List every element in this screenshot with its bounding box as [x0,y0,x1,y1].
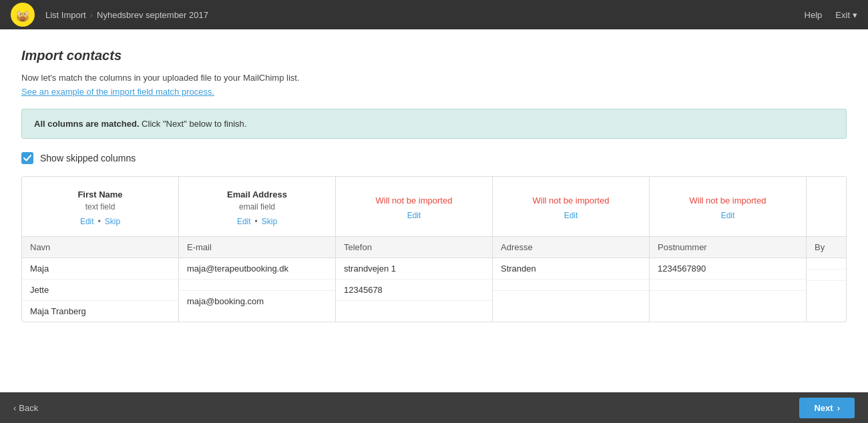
col-header-email_address: Email Addressemail fieldEdit•Skip [179,177,335,237]
col-data-row: 1234567890 [650,258,806,280]
columns-wrapper: First Nametext fieldEdit•SkipNavnMajaJet… [21,176,847,322]
field-type: email field [239,202,275,212]
field-actions: Edit [564,211,578,220]
will-not-imported: Will not be imported [690,195,767,205]
action-skip[interactable]: Skip [105,217,120,226]
alert-box: All columns are matched. Click "Next" be… [21,109,847,139]
back-button[interactable]: ‹ Back [13,403,38,413]
action-edit[interactable]: Edit [237,217,251,226]
show-skipped-checkbox[interactable] [21,152,33,164]
col-data-row [807,270,847,281]
field-actions: Edit•Skip [80,217,120,226]
action-skip[interactable]: Skip [262,217,277,226]
column-card-col3: Will not be importedEditTelefonstrandvej… [336,177,493,322]
col-data-row: Stranden [493,258,649,280]
field-name: First Name [77,189,122,199]
svg-point-4 [19,17,26,21]
field-actions: Edit•Skip [237,217,277,226]
bottom-bar: ‹ Back Next › [0,392,868,423]
field-actions: Edit [407,211,421,220]
col-data-header: By [807,237,847,258]
col-data-row [336,301,492,312]
col-data-row [807,258,847,270]
col-data-header: Postnummer [650,237,806,258]
column-card-col6: Will notEditBy [807,177,847,322]
col-data-row [650,291,806,302]
col-header-col6: Will notEdit [807,177,847,237]
col-data-row [493,291,649,302]
col-data-row: maja@booking.com [179,291,335,312]
topnav: List Import › Nyhedsbrev september 2017 … [0,0,868,29]
field-name: Email Address [227,189,287,199]
main-content: Import contacts Now let's match the colu… [0,29,868,392]
action-edit[interactable]: Edit [407,211,421,220]
back-chevron-icon: ‹ [13,403,16,413]
col-data-header: E-mail [179,237,335,258]
action-edit[interactable]: Edit [564,211,578,220]
next-button[interactable]: Next › [799,398,855,418]
back-label: Back [19,403,38,413]
alert-rest: Click "Next" below to finish. [140,119,247,129]
columns-row: First Nametext fieldEdit•SkipNavnMajaJet… [22,177,847,322]
column-card-col5: Will not be importedEditPostnummer123456… [650,177,807,322]
field-type: text field [85,202,116,212]
col-data-row: Jette [22,280,178,301]
col-data-row [807,281,847,292]
page-title: Import contacts [21,48,847,63]
action-edit[interactable]: Edit [721,211,735,220]
col-data-header: Telefon [336,237,492,258]
exit-button[interactable]: Exit ▾ [835,10,857,20]
action-separator: • [255,217,258,226]
svg-point-8 [25,11,29,16]
breadcrumb-part2: Nyhedsbrev september 2017 [97,10,208,20]
help-link[interactable]: Help [805,10,823,20]
col-data-row [493,280,649,291]
field-actions: Edit [721,211,735,220]
col-data-row: 12345678 [336,280,492,301]
breadcrumb-separator: › [90,10,93,20]
show-skipped-label: Show skipped columns [40,153,136,163]
column-card-col4: Will not be importedEditAdresseStranden [493,177,650,322]
col-data-row: Maja [22,258,178,280]
chevron-down-icon: ▾ [853,10,857,20]
mailchimp-logo [11,3,35,27]
column-card-first_name: First Nametext fieldEdit•SkipNavnMajaJet… [22,177,179,322]
breadcrumb-part1: List Import [45,10,86,20]
col-data-header: Adresse [493,237,649,258]
next-label: Next [814,403,833,413]
exit-label: Exit [835,10,850,20]
col-data-row: strandvejen 1 [336,258,492,280]
alert-bold: All columns are matched. [34,119,140,129]
action-edit[interactable]: Edit [80,217,94,226]
will-not-imported: Will not be imported [533,195,610,205]
col-header-col3: Will not be importedEdit [336,177,492,237]
col-data-row: Maja Tranberg [22,301,178,322]
col-header-col4: Will not be importedEdit [493,177,649,237]
topnav-right: Help Exit ▾ [805,10,857,20]
col-data-header: Navn [22,237,178,258]
show-skipped-row: Show skipped columns [21,152,847,164]
breadcrumb: List Import › Nyhedsbrev september 2017 [45,10,208,20]
col-header-first_name: First Nametext fieldEdit•Skip [22,177,178,237]
column-card-email_address: Email Addressemail fieldEdit•SkipE-mailm… [179,177,336,322]
col-data-row [650,280,806,291]
col-data-row [179,280,335,291]
next-chevron-icon: › [837,403,840,413]
will-not-imported: Will not be imported [376,195,453,205]
svg-point-7 [17,11,21,16]
page-subtitle: Now let's match the columns in your uplo… [21,73,847,83]
example-link[interactable]: See an example of the import field match… [21,87,214,97]
col-data-row: maja@terapeutbooking.dk [179,258,335,280]
action-separator: • [98,217,101,226]
col-header-col5: Will not be importedEdit [650,177,806,237]
